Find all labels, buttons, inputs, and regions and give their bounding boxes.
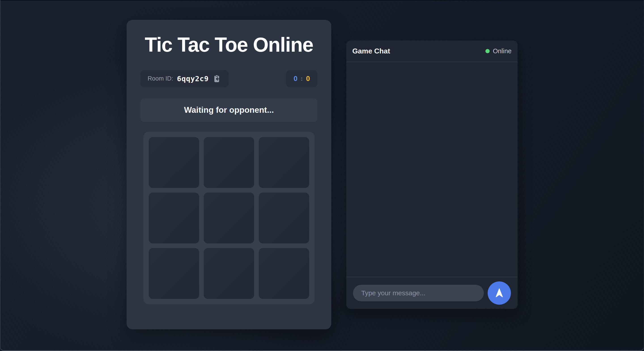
score-separator: : (301, 76, 303, 82)
game-board (144, 132, 314, 304)
status-message: Waiting for opponent... (184, 105, 274, 115)
connection-label: Online (493, 48, 512, 55)
chat-messages-area (346, 62, 518, 277)
online-dot-icon (486, 49, 490, 53)
chat-panel: Game Chat Online (346, 40, 518, 309)
board-cell-2[interactable] (204, 137, 254, 188)
score-player-x: 0 (294, 75, 298, 83)
chat-message-input[interactable] (353, 285, 484, 301)
score-player-o: 0 (306, 75, 310, 83)
chat-input-row (346, 277, 518, 309)
board-cell-4[interactable] (149, 192, 199, 244)
game-panel: Tic Tac Toe Online Room ID: 6qqy2c9 0 (126, 20, 331, 329)
board-cell-7[interactable] (149, 248, 199, 299)
send-message-button[interactable] (488, 282, 511, 305)
score-pill: 0 : 0 (286, 70, 318, 87)
chat-title: Game Chat (352, 47, 390, 55)
room-id-pill: Room ID: 6qqy2c9 (140, 70, 228, 87)
connection-status: Online (486, 48, 512, 55)
clipboard-copy-icon (213, 74, 221, 84)
board-cell-1[interactable] (149, 137, 199, 188)
page-title: Tic Tac Toe Online (145, 34, 313, 56)
board-cell-5[interactable] (204, 192, 254, 244)
room-id-label: Room ID: (148, 75, 173, 82)
app-window: Tic Tac Toe Online Room ID: 6qqy2c9 0 (0, 0, 644, 351)
board-cell-6[interactable] (259, 192, 309, 244)
info-row: Room ID: 6qqy2c9 0 : 0 (140, 70, 318, 87)
status-bar: Waiting for opponent... (140, 98, 318, 122)
copy-room-id-button[interactable] (212, 74, 222, 84)
board-cell-9[interactable] (259, 248, 309, 299)
board-cell-3[interactable] (259, 137, 309, 188)
room-id-code: 6qqy2c9 (177, 74, 209, 83)
chat-header: Game Chat Online (346, 40, 518, 62)
navigation-arrow-icon (494, 288, 505, 298)
board-cell-8[interactable] (204, 248, 254, 299)
